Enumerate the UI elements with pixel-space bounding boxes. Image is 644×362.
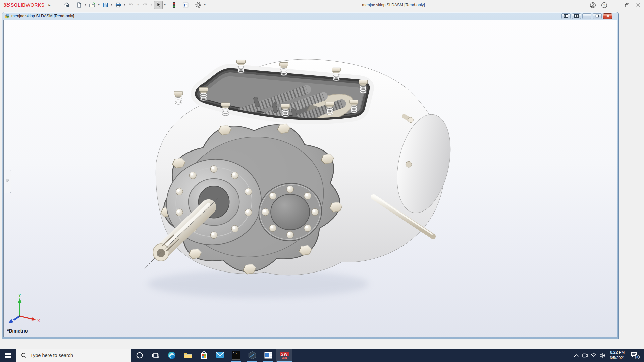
tray-meet-now-button[interactable]	[581, 349, 589, 362]
redo-button[interactable]	[141, 1, 149, 9]
command-prompt-icon: C:\_	[232, 351, 240, 360]
solidworks-app-icon: SW 2021	[280, 352, 288, 359]
chevron-up-icon	[574, 354, 579, 357]
taskbar-app-hexagon[interactable]	[244, 349, 260, 362]
windows-taskbar: C:\_ SW 2021	[0, 349, 644, 362]
taskbar-app-window[interactable]	[260, 349, 276, 362]
taskbar-clock[interactable]: 8:22 PM 3/5/2021	[607, 350, 628, 360]
model-shadow	[148, 270, 369, 298]
featuremanager-expand-handle[interactable]	[6, 179, 9, 182]
options-dropdown[interactable]: ▾	[203, 3, 207, 6]
taskbar-app-edge[interactable]	[164, 349, 180, 362]
account-icon	[590, 2, 596, 8]
tray-show-hidden-icons-button[interactable]	[572, 349, 581, 362]
solidworks-logo-mark: 3S	[3, 2, 10, 8]
solidworks-logo: 3S SOLID WORKS	[0, 2, 44, 8]
child-minimize-button[interactable]	[582, 13, 591, 19]
help-button[interactable]: ?	[598, 0, 610, 10]
taskbar-app-terminal[interactable]: C:\_	[228, 349, 244, 362]
main-document-title: menjac sklop.SLDASM [Read-only]	[352, 0, 435, 10]
home-button[interactable]	[63, 1, 71, 9]
notification-badge: 3	[636, 355, 638, 359]
cortana-button[interactable]	[131, 349, 148, 362]
redo-icon	[142, 2, 148, 8]
rebuild-button[interactable]	[171, 1, 177, 9]
undo-dropdown[interactable]: ▾	[137, 3, 140, 6]
restore-button[interactable]	[621, 0, 633, 10]
tray-network-button[interactable]	[589, 349, 598, 362]
window-app-icon	[264, 352, 273, 359]
search-icon	[21, 353, 27, 358]
child-restore-button[interactable]	[593, 13, 602, 19]
triad-x-arrow	[32, 317, 37, 322]
search-input[interactable]	[30, 353, 121, 358]
child-restore-icon	[595, 14, 599, 18]
close-button[interactable]	[633, 0, 644, 10]
notification-icon: 3	[630, 351, 640, 360]
redo-dropdown[interactable]: ▾	[150, 3, 153, 6]
menu-flyout-arrow-icon[interactable]: ▸	[48, 3, 50, 7]
taskbar-app-solidworks[interactable]: SW 2021	[276, 349, 292, 362]
file-properties-button[interactable]	[181, 1, 190, 9]
featuremanager-collapsed-tab[interactable]	[4, 170, 11, 193]
child-close-button[interactable]	[603, 13, 612, 19]
rebuild-traffic-light-icon	[172, 2, 176, 8]
document-window-titlebar[interactable]: menjac sklop.SLDASM [Read-only]	[2, 12, 618, 20]
new-document-button[interactable]	[75, 1, 83, 9]
pane-split-icon	[574, 14, 579, 18]
file-explorer-icon	[183, 352, 192, 359]
minimize-icon	[613, 3, 618, 7]
open-dropdown[interactable]: ▾	[97, 3, 101, 6]
taskbar-app-store[interactable]	[196, 349, 212, 362]
save-dropdown[interactable]: ▾	[110, 3, 113, 6]
viewport-canvas[interactable]: Y X *Dimetric	[3, 20, 617, 337]
show-desktop-button[interactable]	[642, 349, 644, 362]
options-button[interactable]	[194, 1, 203, 9]
undo-button[interactable]	[127, 1, 136, 9]
save-button[interactable]	[101, 1, 109, 9]
split-pane-button[interactable]	[572, 13, 581, 19]
select-cursor-icon	[155, 2, 161, 8]
action-center-button[interactable]: 3	[628, 349, 642, 362]
undo-icon	[128, 2, 135, 8]
start-button[interactable]	[0, 349, 16, 362]
document-window: menjac sklop.SLDASM [Read-only]	[2, 12, 619, 339]
open-folder-icon	[89, 2, 96, 8]
pane-left-icon	[564, 14, 568, 18]
view-orientation-label: *Dimetric	[7, 328, 28, 334]
options-gear-icon	[195, 2, 202, 8]
restore-icon	[625, 3, 629, 7]
triad-y-arrow	[18, 298, 22, 303]
triad-x-label: X	[37, 319, 40, 323]
taskbar-search[interactable]	[16, 349, 131, 362]
close-icon	[636, 3, 640, 7]
tray-volume-button[interactable]	[598, 349, 607, 362]
assembly-document-icon	[4, 14, 10, 19]
task-view-button[interactable]	[148, 349, 164, 362]
print-dropdown[interactable]: ▾	[123, 3, 126, 6]
open-button[interactable]	[88, 1, 97, 9]
speaker-icon	[599, 353, 606, 358]
tray-date: 3/5/2021	[610, 355, 625, 361]
reference-triad[interactable]: Y X	[8, 293, 42, 323]
rear-stub-cap	[408, 117, 413, 123]
account-button[interactable]	[587, 0, 598, 10]
select-tool-button[interactable]	[154, 1, 163, 9]
triad-y-label: Y	[18, 293, 21, 297]
wifi-icon	[591, 353, 597, 358]
edge-browser-icon	[167, 351, 176, 360]
print-button[interactable]	[114, 1, 122, 9]
home-icon	[64, 2, 70, 8]
help-icon: ?	[601, 2, 607, 8]
taskbar-app-file-explorer[interactable]	[180, 349, 196, 362]
gearbox-model-3d[interactable]	[4, 20, 617, 337]
new-document-dropdown[interactable]: ▾	[84, 3, 87, 6]
main-titlebar[interactable]: 3S SOLID WORKS ▸ ▾ ▾	[0, 0, 644, 10]
select-tool-dropdown[interactable]: ▾	[163, 3, 167, 6]
minimize-button[interactable]	[610, 0, 621, 10]
windows-logo-icon	[5, 353, 11, 358]
side-plug	[406, 161, 412, 167]
show-left-pane-button[interactable]	[561, 13, 571, 19]
triad-z-arrow	[8, 319, 13, 323]
taskbar-app-mail[interactable]	[212, 349, 228, 362]
